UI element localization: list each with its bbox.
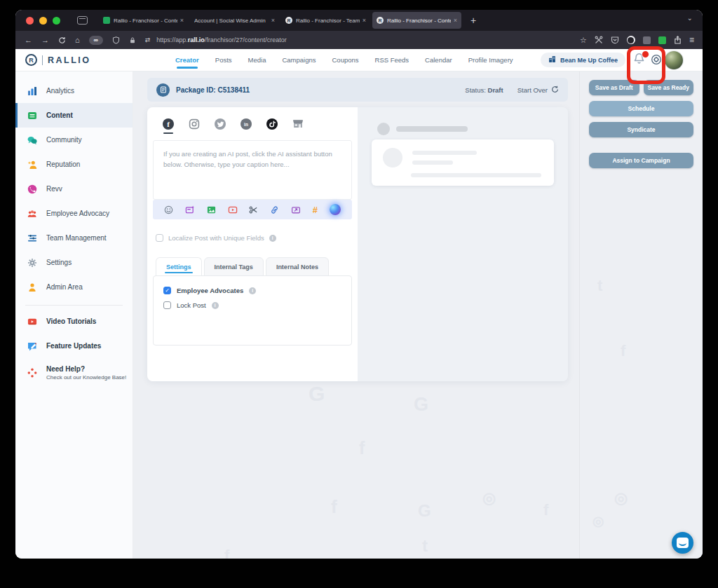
back-icon[interactable]: ← — [25, 36, 32, 44]
nav-coupons[interactable]: Coupons — [332, 49, 359, 71]
caption-input[interactable]: If you are creating an AI post, click th… — [153, 140, 352, 200]
info-icon[interactable]: i — [212, 302, 219, 309]
sidebar-item-video-tutorials[interactable]: Video Tutorials — [15, 309, 133, 334]
sidebar-item-label: Employee Advocacy — [46, 210, 109, 217]
nav-creator[interactable]: Creator — [175, 49, 199, 71]
lock-post-checkbox[interactable] — [163, 301, 171, 309]
tab-close-icon[interactable]: × — [363, 17, 366, 24]
bookmark-star-icon[interactable]: ☆ — [580, 36, 587, 44]
watermark-glyph: ◎ — [482, 491, 496, 506]
nav-profile-imagery[interactable]: Profile Imagery — [468, 49, 513, 71]
content-icon — [27, 111, 37, 121]
minimize-window-button[interactable] — [39, 17, 47, 25]
network-linkedin-icon[interactable]: in — [241, 118, 252, 130]
syndicate-button[interactable]: Syndicate — [589, 122, 693, 137]
info-icon[interactable]: i — [249, 287, 256, 294]
browser-tab-rallio-franchisor-content[interactable]: Rallio - Franchisor - Content× — [99, 12, 188, 29]
lock-icon[interactable] — [129, 36, 136, 44]
nav-media[interactable]: Media — [248, 49, 266, 71]
network-selector: fin — [163, 118, 304, 130]
green-extension-icon[interactable] — [658, 36, 666, 44]
tab-settings[interactable]: Settings — [156, 257, 202, 277]
sidebar-item-analytics[interactable]: Analytics — [15, 78, 133, 103]
main-nav: CreatorPostsMediaCampaignsCouponsRSS Fee… — [175, 49, 513, 71]
sidebar-item-reputation[interactable]: Reputation — [15, 152, 133, 177]
address-bar[interactable]: https://app.rall.io/franchisor/27/conten… — [156, 36, 287, 43]
hashtag-icon[interactable]: # — [313, 205, 318, 215]
infinity-extension-icon[interactable]: ∞ — [89, 36, 103, 45]
share-post-icon[interactable] — [291, 205, 301, 214]
link-icon[interactable] — [270, 205, 279, 214]
clock-extension-icon[interactable] — [627, 36, 635, 44]
tab-close-icon[interactable]: × — [180, 17, 184, 24]
tab-close-icon[interactable]: × — [454, 17, 457, 24]
localize-checkbox[interactable] — [156, 234, 163, 242]
nav-calendar[interactable]: Calendar — [425, 49, 452, 71]
container-swap-icon[interactable]: ⇄ — [145, 37, 151, 43]
zoom-window-button[interactable] — [53, 17, 60, 25]
account-selector-button[interactable]: Bean Me Up Coffee — [541, 53, 625, 67]
tabs-chevron-icon[interactable]: ⌄ — [687, 14, 693, 22]
network-instagram-icon[interactable] — [189, 118, 200, 130]
sidebar: AnalyticsContentCommunityReputationRevvE… — [15, 71, 133, 559]
tab-overview-icon[interactable] — [77, 16, 88, 25]
chat-widget-button[interactable] — [672, 532, 693, 554]
network-facebook-icon[interactable]: f — [163, 118, 174, 130]
pocket-extension-icon[interactable] — [611, 36, 619, 44]
gray-extension-icon[interactable] — [643, 36, 651, 44]
window-controls[interactable] — [26, 17, 60, 25]
info-icon[interactable]: i — [269, 235, 276, 242]
reload-icon[interactable] — [58, 36, 66, 44]
nav-rss-feeds[interactable]: RSS Feeds — [375, 49, 409, 71]
tab-internal-notes[interactable]: Internal Notes — [266, 257, 329, 277]
close-window-button[interactable] — [26, 17, 34, 25]
home-icon[interactable]: ⌂ — [75, 36, 80, 44]
tab-internal-tags[interactable]: Internal Tags — [204, 257, 264, 277]
network-google-business-icon[interactable] — [292, 118, 304, 130]
rallio-logo[interactable]: R RALLIO — [25, 49, 91, 71]
browser-tab-rallio-franchisor-content[interactable]: RRallio - Franchisor - Content× — [372, 12, 461, 29]
composer-toolbar: # — [153, 200, 352, 219]
ai-assistant-icon[interactable] — [330, 204, 341, 215]
red-highlight-annotation — [627, 46, 665, 84]
new-tab-button[interactable]: + — [470, 15, 476, 26]
image-icon[interactable] — [207, 205, 216, 214]
gear-icon — [27, 258, 37, 268]
template-icon[interactable] — [185, 205, 195, 214]
browser-tab-rallio-franchisor-team-mana[interactable]: RRallio - Franchisor - Team Mana× — [281, 12, 370, 29]
network-tiktok-icon[interactable] — [266, 118, 278, 130]
composer-pane: fin If you are creating an AI post, clic… — [147, 107, 358, 381]
employee-advocates-checkbox[interactable]: ✓ — [163, 287, 171, 294]
nav-posts[interactable]: Posts — [215, 49, 232, 71]
user-avatar[interactable] — [665, 51, 683, 69]
watermark-glyph: f — [224, 548, 229, 559]
network-twitter-icon[interactable] — [215, 118, 226, 130]
schedule-button[interactable]: Schedule — [589, 101, 693, 116]
sidebar-item-admin-area[interactable]: Admin Area — [15, 275, 133, 299]
refresh-icon — [551, 86, 559, 95]
menu-icon[interactable]: ≡ — [689, 36, 694, 44]
sidebar-item-revv[interactable]: Revv — [15, 177, 133, 201]
nav-campaigns[interactable]: Campaigns — [282, 49, 316, 71]
shield-icon[interactable] — [112, 36, 120, 44]
sidebar-item-employee-advocacy[interactable]: Employee Advocacy — [15, 201, 133, 226]
sidebar-item-community[interactable]: Community — [15, 128, 133, 152]
emoji-icon[interactable] — [164, 205, 173, 214]
tab-close-icon[interactable]: × — [271, 17, 275, 24]
composer-card: fin If you are creating an AI post, clic… — [147, 107, 568, 381]
assign-to-campaign-button[interactable]: Assign to Campaign — [589, 153, 693, 168]
sidebar-item-need-help[interactable]: Need Help?Check out our Knowledge Base! — [15, 358, 133, 388]
sidebar-item-feature-updates[interactable]: Feature Updates — [15, 334, 133, 358]
sidebar-item-team-management[interactable]: Team Management — [15, 226, 133, 250]
sidebar-item-settings[interactable]: Settings — [15, 250, 133, 275]
forward-icon[interactable]: → — [41, 36, 49, 44]
youtube-icon[interactable] — [228, 205, 238, 214]
tab-title: Account | Social Wise Admin — [194, 18, 269, 24]
start-over-button[interactable]: Start Over — [517, 86, 559, 95]
screenshot-extension-icon[interactable] — [595, 36, 603, 44]
sidebar-item-content[interactable]: Content — [15, 103, 133, 128]
share-icon[interactable] — [674, 36, 682, 44]
scissors-icon[interactable] — [249, 205, 258, 214]
browser-tab-account-social-wise-admin[interactable]: Account | Social Wise Admin× — [190, 12, 279, 29]
settings-panel: ✓Employee AdvocatesiLock Posti — [153, 275, 352, 346]
